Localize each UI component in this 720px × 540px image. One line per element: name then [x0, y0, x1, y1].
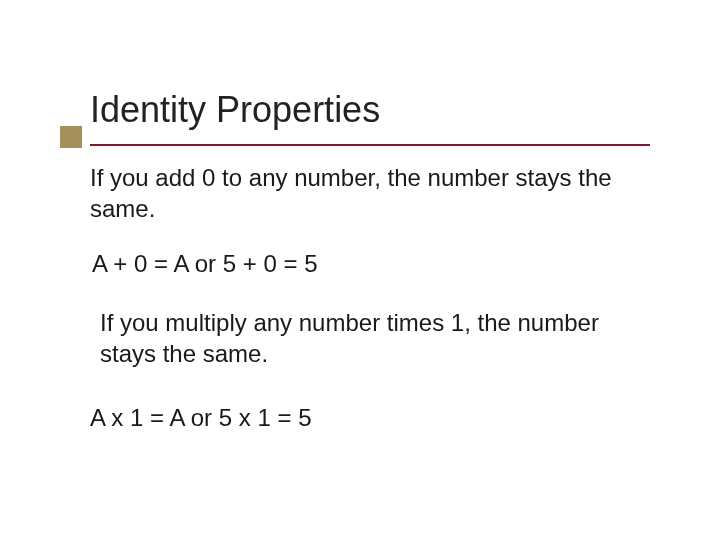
title-underline	[90, 144, 650, 146]
multiplication-rule-text: If you multiply any number times 1, the …	[100, 307, 660, 369]
addition-rule-text: If you add 0 to any number, the number s…	[90, 162, 660, 224]
slide-title: Identity Properties	[90, 90, 660, 130]
slide: Identity Properties If you add 0 to any …	[0, 0, 720, 540]
accent-square-icon	[60, 126, 82, 148]
multiplication-equation: A x 1 = A or 5 x 1 = 5	[90, 402, 660, 433]
addition-equation: A + 0 = A or 5 + 0 = 5	[92, 248, 660, 279]
